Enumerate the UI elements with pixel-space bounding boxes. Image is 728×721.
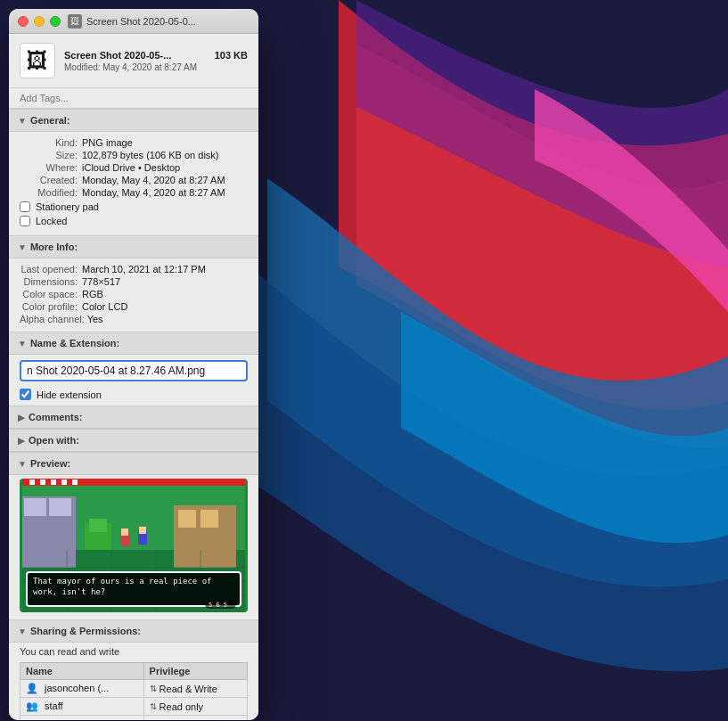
locked-row[interactable]: Locked xyxy=(20,216,248,226)
user-jasoncohen-name: jasoncohen (... xyxy=(45,683,109,693)
file-info: Screen Shot 2020-05-... 103 KB Modified:… xyxy=(64,50,248,72)
sharing-label: Sharing & Permissions: xyxy=(30,626,141,636)
comments-label: Comments: xyxy=(29,412,83,422)
kind-row: Kind: PNG image xyxy=(20,137,248,148)
alpha-label: Alpha channel: xyxy=(20,314,85,324)
general-section-header[interactable]: ▼ General: xyxy=(9,109,258,132)
table-row: 👥 everyone Read only xyxy=(20,716,248,721)
preview-section-header[interactable]: ▼ Preview: xyxy=(9,452,258,475)
color-space-value: RGB xyxy=(82,289,248,299)
svg-rect-26 xyxy=(61,479,67,485)
close-button[interactable] xyxy=(18,16,29,27)
last-opened-row: Last opened: March 10, 2021 at 12:17 PM xyxy=(20,264,248,274)
file-modified: Modified: May 4, 2020 at 8:27 AM xyxy=(64,62,248,72)
table-row: 👥 staff Read only xyxy=(20,698,248,716)
jasoncohen-privilege-value: Read & Write xyxy=(150,684,241,694)
svg-rect-12 xyxy=(121,528,128,536)
traffic-lights xyxy=(18,16,61,27)
svg-text:That mayor of ours is a real p: That mayor of ours is a real piece of xyxy=(33,577,211,586)
sharing-section-header[interactable]: ▼ Sharing & Permissions: xyxy=(9,619,258,643)
comments-chevron: ▶ xyxy=(18,413,25,422)
game-preview-image: That mayor of ours is a real piece of wo… xyxy=(20,479,248,612)
user-everyone-name: everyone xyxy=(45,718,85,720)
staff-privilege-value: Read only xyxy=(150,701,241,712)
file-thumbnail: 🖼 xyxy=(20,43,55,78)
svg-rect-27 xyxy=(72,479,78,485)
more-info-content: Last opened: March 10, 2021 at 12:17 PM … xyxy=(9,258,258,332)
svg-rect-4 xyxy=(24,498,46,516)
preview-chevron: ▼ xyxy=(18,459,27,469)
color-space-row: Color space: RGB xyxy=(20,289,248,299)
modified-label: Modified: xyxy=(20,187,78,198)
kind-label: Kind: xyxy=(20,137,78,148)
sharing-content: You can read and write Name Privilege 👤 … xyxy=(9,643,258,720)
last-opened-label: Last opened: xyxy=(20,264,78,274)
everyone-privilege-value: Read only xyxy=(150,719,241,721)
preview-content: That mayor of ours is a real piece of wo… xyxy=(9,475,258,619)
alpha-channel-row: Alpha channel: Yes xyxy=(20,314,248,324)
size-value: 102,879 bytes (106 KB on disk) xyxy=(82,150,248,160)
group-icon: 👥 xyxy=(26,701,38,711)
alpha-value: Yes xyxy=(87,314,103,324)
svg-text:work, isn't he?: work, isn't he? xyxy=(33,587,105,596)
user-everyone: 👥 everyone xyxy=(20,716,144,721)
more-info-chevron: ▼ xyxy=(18,242,27,252)
locked-checkbox[interactable] xyxy=(20,216,30,226)
svg-rect-9 xyxy=(178,510,196,528)
jasoncohen-privilege[interactable]: Read & Write xyxy=(143,680,247,698)
general-label: General: xyxy=(30,115,70,126)
user-staff-name: staff xyxy=(45,701,63,711)
svg-rect-10 xyxy=(200,510,218,528)
user-staff: 👥 staff xyxy=(20,698,144,716)
open-with-chevron: ▶ xyxy=(18,436,25,446)
file-size: 103 KB xyxy=(215,50,248,61)
info-content: 🖼 Screen Shot 2020-05-... 103 KB Modifie… xyxy=(9,34,258,720)
comments-section-header[interactable]: ▶ Comments: xyxy=(9,406,258,429)
svg-text:5 6 5: 5 6 5 xyxy=(209,602,227,609)
permissions-table: Name Privilege 👤 jasoncohen (... Read & … xyxy=(20,662,248,720)
more-info-section-header[interactable]: ▼ More Info: xyxy=(9,235,258,258)
hide-ext-label: Hide extension xyxy=(37,389,102,400)
col-name-header: Name xyxy=(20,663,144,680)
user-jasoncohen: 👤 jasoncohen (... xyxy=(20,680,144,698)
hide-ext-checkbox[interactable] xyxy=(20,389,31,400)
svg-rect-25 xyxy=(51,479,56,485)
finder-info-window: 🖼 Screen Shot 2020-05-0... 🖼 Screen Shot… xyxy=(9,9,258,720)
group-everyone-icon: 👥 xyxy=(26,718,38,720)
open-with-label: Open with: xyxy=(29,435,79,446)
file-header: 🖼 Screen Shot 2020-05-... 103 KB Modifie… xyxy=(9,34,258,88)
dimensions-value: 778×517 xyxy=(82,276,248,287)
name-ext-label: Name & Extension: xyxy=(30,338,119,348)
created-label: Created: xyxy=(20,175,78,185)
last-opened-value: March 10, 2021 at 12:17 PM xyxy=(82,264,248,274)
general-info: Kind: PNG image Size: 102,879 bytes (106… xyxy=(9,132,258,235)
everyone-privilege[interactable]: Read only xyxy=(143,716,247,721)
svg-rect-23 xyxy=(29,479,35,485)
tags-input[interactable] xyxy=(20,93,248,103)
locked-label: Locked xyxy=(36,216,67,226)
stationery-label: Stationery pad xyxy=(36,201,99,212)
name-ext-section-header[interactable]: ▼ Name & Extension: xyxy=(9,332,258,355)
person-icon: 👤 xyxy=(26,683,38,693)
table-row: 👤 jasoncohen (... Read & Write xyxy=(20,680,248,698)
dimensions-label: Dimensions: xyxy=(20,276,78,287)
size-label: Size: xyxy=(20,150,78,160)
svg-rect-14 xyxy=(139,527,146,534)
staff-privilege[interactable]: Read only xyxy=(143,698,247,716)
zoom-button[interactable] xyxy=(50,16,61,27)
where-label: Where: xyxy=(20,162,78,173)
open-with-section-header[interactable]: ▶ Open with: xyxy=(9,429,258,452)
name-ext-input[interactable] xyxy=(20,360,248,381)
title-bar: 🖼 Screen Shot 2020-05-0... xyxy=(9,9,258,34)
sharing-chevron: ▼ xyxy=(18,627,27,636)
color-profile-label: Color profile: xyxy=(20,301,78,312)
minimize-button[interactable] xyxy=(34,16,45,27)
tags-field[interactable] xyxy=(9,88,258,109)
stationery-checkbox[interactable] xyxy=(20,201,30,212)
modified-value: Monday, May 4, 2020 at 8:27 AM xyxy=(82,187,248,198)
color-profile-value: Color LCD xyxy=(82,301,248,312)
hide-ext-row[interactable]: Hide extension xyxy=(9,387,258,406)
created-value: Monday, May 4, 2020 at 8:27 AM xyxy=(82,175,248,185)
name-ext-chevron: ▼ xyxy=(18,339,27,348)
stationery-row[interactable]: Stationery pad xyxy=(20,201,248,212)
